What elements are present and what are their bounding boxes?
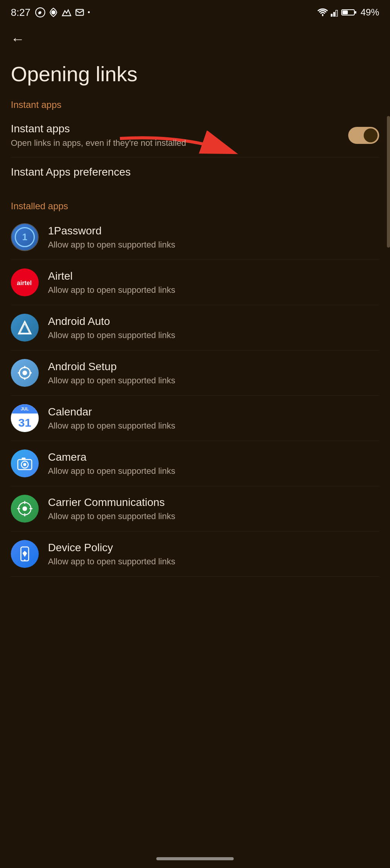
app-name-carrier: Carrier Communications bbox=[48, 496, 379, 509]
list-item[interactable]: Android Auto Allow app to open supported… bbox=[0, 305, 390, 350]
connectivity-icon bbox=[48, 7, 58, 17]
svg-point-30 bbox=[24, 559, 26, 561]
svg-rect-22 bbox=[22, 458, 26, 460]
app-subtitle-android-auto: Allow app to open supported links bbox=[48, 330, 379, 341]
home-indicator[interactable] bbox=[156, 857, 234, 860]
list-item[interactable]: JUL 31 Calendar Allow app to open suppor… bbox=[0, 396, 390, 441]
svg-point-14 bbox=[22, 371, 27, 375]
app-subtitle-camera: Allow app to open supported links bbox=[48, 466, 379, 477]
svg-rect-5 bbox=[336, 10, 338, 17]
status-right: 49% bbox=[317, 7, 379, 18]
app-item-content-camera: Camera Allow app to open supported links bbox=[48, 450, 379, 477]
app-subtitle-calendar: Allow app to open supported links bbox=[48, 420, 379, 432]
app-name-android-auto: Android Auto bbox=[48, 314, 379, 328]
app-subtitle-android-setup: Allow app to open supported links bbox=[48, 375, 379, 386]
svg-rect-4 bbox=[333, 12, 335, 17]
app-icon-android-auto bbox=[11, 314, 39, 342]
toggle-thumb bbox=[364, 128, 378, 142]
svg-rect-8 bbox=[342, 10, 348, 14]
app-subtitle-airtel: Allow app to open supported links bbox=[48, 285, 379, 296]
status-time: 8:27 bbox=[11, 7, 31, 19]
instant-apps-toggle[interactable] bbox=[348, 127, 379, 144]
app-name-1password: 1Password bbox=[48, 224, 379, 238]
list-item[interactable]: Camera Allow app to open supported links bbox=[0, 441, 390, 486]
list-item[interactable]: 1 1Password Allow app to open supported … bbox=[0, 215, 390, 260]
app-name-camera: Camera bbox=[48, 450, 379, 464]
app-name-device-policy: Device Policy bbox=[48, 541, 379, 555]
battery-icon bbox=[341, 8, 357, 17]
instant-apps-content: Instant apps Open links in apps, even if… bbox=[11, 122, 348, 149]
back-button[interactable]: ← bbox=[0, 23, 390, 51]
app-icon-android-setup bbox=[11, 359, 39, 387]
status-left: 8:27 • bbox=[11, 7, 90, 19]
scrollbar[interactable] bbox=[387, 116, 390, 248]
back-arrow-icon: ← bbox=[11, 31, 25, 47]
1password-logo: 1 bbox=[15, 227, 35, 247]
signal-icon bbox=[330, 8, 339, 17]
status-app-icons: • bbox=[35, 7, 90, 17]
airtel-logo: airtel bbox=[16, 277, 33, 288]
carrier-logo bbox=[16, 500, 33, 517]
svg-point-1 bbox=[51, 10, 55, 15]
app-name-airtel: Airtel bbox=[48, 269, 379, 283]
installed-apps-section-header: Installed apps bbox=[0, 195, 390, 215]
app-icon-device-policy bbox=[11, 540, 39, 568]
dot-icon: • bbox=[88, 9, 90, 17]
wifi-icon bbox=[317, 8, 328, 17]
instant-apps-section-header: Instant apps bbox=[0, 93, 390, 113]
svg-point-21 bbox=[23, 463, 26, 466]
list-item[interactable]: Device Policy Allow app to open supporte… bbox=[0, 531, 390, 576]
status-bar: 8:27 • bbox=[0, 0, 390, 23]
svg-text:airtel: airtel bbox=[17, 280, 32, 287]
list-item[interactable]: Android Setup Allow app to open supporte… bbox=[0, 350, 390, 395]
calendar-logo: JUL 31 bbox=[11, 404, 39, 432]
svg-point-24 bbox=[22, 506, 27, 511]
app-subtitle-device-policy: Allow app to open supported links bbox=[48, 556, 379, 567]
page-title: Opening links bbox=[0, 51, 390, 93]
app-item-content-calendar: Calendar Allow app to open supported lin… bbox=[48, 405, 379, 432]
app-item-content-android-setup: Android Setup Allow app to open supporte… bbox=[48, 360, 379, 386]
android-setup-logo bbox=[17, 365, 32, 381]
whatsapp-icon bbox=[35, 7, 45, 17]
device-policy-logo bbox=[16, 545, 33, 562]
app-subtitle-1password: Allow app to open supported links bbox=[48, 239, 379, 251]
svg-rect-7 bbox=[355, 11, 356, 14]
app-name-calendar: Calendar bbox=[48, 405, 379, 419]
app-icon-carrier bbox=[11, 495, 39, 523]
instant-apps-title: Instant apps bbox=[11, 122, 348, 136]
app-item-content-android-auto: Android Auto Allow app to open supported… bbox=[48, 314, 379, 341]
app-icon-calendar: JUL 31 bbox=[11, 404, 39, 432]
list-item[interactable]: Carrier Communications Allow app to open… bbox=[0, 486, 390, 531]
instant-apps-preferences-item[interactable]: Instant Apps preferences bbox=[0, 157, 390, 187]
battery-percent: 49% bbox=[361, 7, 379, 18]
list-item[interactable]: airtel Airtel Allow app to open supporte… bbox=[0, 260, 390, 305]
divider-9 bbox=[11, 576, 379, 577]
app-icon-airtel: airtel bbox=[11, 268, 39, 296]
android-auto-logo bbox=[17, 320, 32, 335]
mountains-icon bbox=[62, 7, 72, 17]
gmail-icon bbox=[75, 7, 85, 17]
app-item-content-device-policy: Device Policy Allow app to open supporte… bbox=[48, 541, 379, 567]
app-item-content-1password: 1Password Allow app to open supported li… bbox=[48, 224, 379, 251]
app-item-content-airtel: Airtel Allow app to open supported links bbox=[48, 269, 379, 296]
app-subtitle-carrier: Allow app to open supported links bbox=[48, 511, 379, 522]
status-right-icons bbox=[317, 8, 357, 17]
instant-apps-item[interactable]: Instant apps Open links in apps, even if… bbox=[0, 113, 390, 157]
svg-rect-3 bbox=[331, 14, 333, 17]
toggle-container bbox=[348, 127, 379, 144]
app-icon-1password: 1 bbox=[11, 223, 39, 251]
camera-logo bbox=[16, 455, 33, 472]
instant-apps-subtitle: Open links in apps, even if they're not … bbox=[11, 138, 348, 149]
preferences-title: Instant Apps preferences bbox=[11, 166, 379, 178]
app-icon-camera bbox=[11, 449, 39, 477]
app-name-android-setup: Android Setup bbox=[48, 360, 379, 374]
app-item-content-carrier: Carrier Communications Allow app to open… bbox=[48, 496, 379, 522]
